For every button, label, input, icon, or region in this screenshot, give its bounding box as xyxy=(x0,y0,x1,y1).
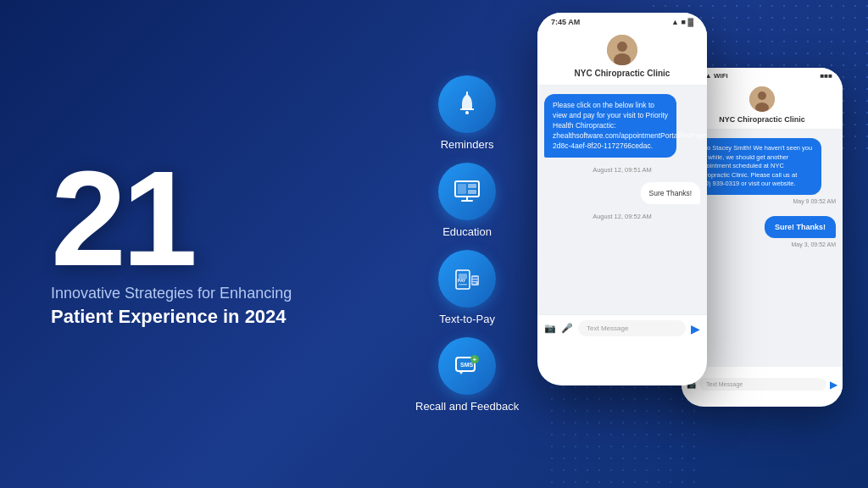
svg-rect-5 xyxy=(468,190,476,194)
svg-rect-4 xyxy=(468,184,476,188)
phone-main-avatar xyxy=(607,35,637,65)
phone-main-clinic-name: NYC Chiropractic Clinic xyxy=(575,69,670,78)
phone-main-input[interactable]: Text Message xyxy=(578,320,686,336)
send2-icon: ▶ xyxy=(830,379,837,391)
phones-section: 7:45 AM ▲ ■ ▓ NYC Chiropractic Clinic Pl… xyxy=(512,0,868,488)
headline-number: 21 xyxy=(51,161,407,276)
icons-section: Reminders Education xyxy=(415,75,519,413)
recall-feedback-label: Recall and Feedback xyxy=(415,400,519,413)
education-icon-circle xyxy=(438,163,496,220)
phone-secondary-input[interactable]: Text Message xyxy=(699,378,826,391)
left-section: 21 Innovative Strategies for Enhancing P… xyxy=(51,161,407,328)
camera-icon: 📷 xyxy=(544,323,556,334)
text-to-pay-icon-circle: PAY xyxy=(438,250,496,308)
icon-item-reminders: Reminders xyxy=(438,75,496,151)
phone-main-clinic-message: Please click on the below link to view a… xyxy=(544,94,676,158)
pay-icon: PAY xyxy=(452,265,482,292)
svg-rect-11 xyxy=(459,284,467,286)
phone-main-timestamp2: August 12, 09:52 AM xyxy=(544,213,700,220)
phone-secondary-user-message: Sure! Thanks! xyxy=(765,216,836,238)
phone-main-time: 7:45 AM xyxy=(551,18,580,26)
phone-secondary-timestamp2: May 3, 09:52 AM xyxy=(688,241,836,247)
reminders-label: Reminders xyxy=(441,138,494,151)
subtitle-thin: Innovative Strategies for Enhancing xyxy=(51,285,407,302)
phone-main-chat-area: Please click on the below link to view a… xyxy=(537,86,707,314)
avatar-person2-icon xyxy=(749,86,775,112)
svg-point-0 xyxy=(465,111,469,114)
svg-text:PAY: PAY xyxy=(458,278,466,283)
send-icon: ▶ xyxy=(691,322,700,336)
phone-main-signals: ▲ ■ ▓ xyxy=(671,18,693,26)
phone-main-user-message: Sure Thanks! xyxy=(641,182,700,204)
background: 21 Innovative Strategies for Enhancing P… xyxy=(0,0,868,488)
icon-item-recall-feedback: SMS + Recall and Feedback xyxy=(415,337,519,413)
recall-feedback-icon-circle: SMS + xyxy=(438,337,496,395)
svg-point-21 xyxy=(617,42,627,52)
bell-icon xyxy=(453,91,481,118)
sms-icon: SMS + xyxy=(452,351,482,381)
svg-text:+: + xyxy=(473,356,477,363)
phone-secondary-avatar xyxy=(749,86,775,112)
phone-main-header: NYC Chiropractic Clinic xyxy=(537,30,707,86)
phone-main-timestamp1: August 12, 09:51 AM xyxy=(544,166,700,174)
text-to-pay-label: Text-to-Pay xyxy=(439,313,495,325)
monitor-icon xyxy=(452,178,482,205)
phone-secondary-clinic-message: Hello Stacey Smith! We haven't seen you … xyxy=(688,138,821,195)
education-label: Education xyxy=(442,225,492,238)
phone-main-status-bar: 7:45 AM ▲ ■ ▓ xyxy=(537,13,707,30)
phone-main: 7:45 AM ▲ ■ ▓ NYC Chiropractic Clinic Pl… xyxy=(537,13,707,385)
svg-rect-3 xyxy=(458,184,466,194)
subtitle-bold: Patient Experience in 2024 xyxy=(51,306,407,328)
phone-secondary-clinic-name: NYC Chiropractic Clinic xyxy=(719,115,805,124)
icon-item-text-to-pay: PAY Text-to-Pay xyxy=(438,250,496,325)
phone-secondary-battery: ■■■ xyxy=(821,72,833,80)
svg-text:SMS: SMS xyxy=(460,362,474,368)
reminders-icon-circle xyxy=(438,75,496,133)
phone-secondary-input-bar: 📷 Text Message ▶ xyxy=(682,374,843,395)
icon-item-education: Education xyxy=(438,163,496,238)
phone-secondary-timestamp1: May 9 09:52 AM xyxy=(688,198,836,204)
phone-main-input-bar: 📷 🎤 Text Message ▶ xyxy=(537,314,707,341)
avatar-person-icon xyxy=(607,35,637,65)
svg-point-24 xyxy=(758,92,766,100)
mic-icon: 🎤 xyxy=(561,323,573,334)
